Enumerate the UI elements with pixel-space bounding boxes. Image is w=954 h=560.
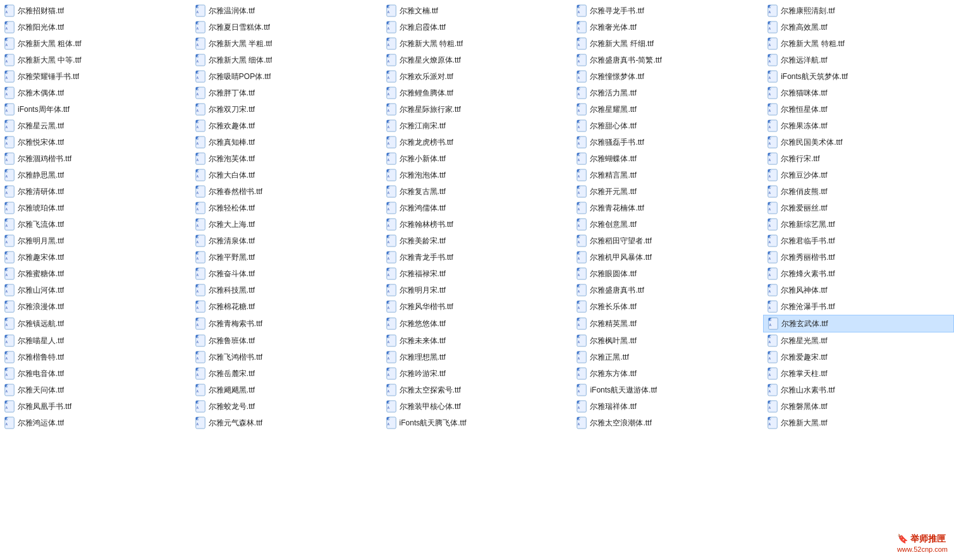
file-item[interactable]: A A 尔雅双刀宋.ttf bbox=[191, 101, 382, 118]
file-item[interactable]: A A 尔雅新大黑 粗体.ttf bbox=[0, 35, 191, 52]
file-item[interactable]: A A 尔雅新大黑.ttf bbox=[763, 415, 954, 431]
file-item[interactable]: A A 尔雅泡泡体.ttf bbox=[382, 167, 573, 183]
file-item[interactable]: A A 尔雅长乐体.ttf bbox=[572, 298, 763, 315]
file-item[interactable]: A A 尔雅高效黑.ttf bbox=[763, 19, 954, 35]
file-item[interactable]: A A 尔雅浪漫体.ttf bbox=[0, 298, 191, 315]
file-item[interactable]: A A 尔雅风华楷书.ttf bbox=[382, 298, 573, 315]
file-item[interactable]: A A 尔雅憧憬梦体.ttf bbox=[572, 68, 763, 85]
file-item[interactable]: A A 尔雅飓飓黑.ttf bbox=[191, 382, 382, 398]
file-item[interactable]: A A 尔雅新大黑 半粗.ttf bbox=[191, 35, 382, 52]
file-item[interactable]: A A 尔雅猫咪体.ttf bbox=[763, 85, 954, 101]
file-item[interactable]: A A 尔雅活力黑.ttf bbox=[572, 85, 763, 101]
file-item[interactable]: A A 尔雅悠悠体.ttf bbox=[382, 315, 573, 332]
file-item[interactable]: A A 尔雅盛唐真书-简繁.ttf bbox=[572, 52, 763, 68]
file-item[interactable]: A A 尔雅真知棒.ttf bbox=[191, 134, 382, 150]
file-item[interactable]: A A 尔雅星光黑.ttf bbox=[763, 332, 954, 349]
file-item[interactable]: A A 尔雅复古黑.ttf bbox=[382, 183, 573, 200]
file-item[interactable]: A A 尔雅青梅索书.ttf bbox=[191, 315, 382, 332]
file-item[interactable]: A A 尔雅启霞体.ttf bbox=[382, 19, 573, 35]
file-item[interactable]: A A 尔雅行宋.ttf bbox=[763, 150, 954, 167]
file-item[interactable]: A A 尔雅蜜糖体.ttf bbox=[0, 265, 191, 282]
file-item[interactable]: A A 尔雅吟游宋.ttf bbox=[382, 365, 573, 382]
file-item[interactable]: A A 尔雅明月黑.ttf bbox=[0, 233, 191, 249]
file-item[interactable]: A A 尔雅木偶体.ttf bbox=[0, 85, 191, 101]
file-item[interactable]: A A 尔雅开元黑.ttf bbox=[572, 183, 763, 200]
file-item[interactable]: A A 尔雅悦宋体.ttf bbox=[0, 134, 191, 150]
file-item[interactable]: A A 尔雅新大黑 纤细.ttf bbox=[572, 35, 763, 52]
file-item[interactable]: A A 尔雅江南宋.ttf bbox=[382, 118, 573, 134]
file-item[interactable]: A A 尔雅风神体.ttf bbox=[763, 282, 954, 298]
file-item[interactable]: A A 尔雅太空探索号.ttf bbox=[382, 382, 573, 398]
file-item[interactable]: A A 尔雅俏皮熊.ttf bbox=[763, 183, 954, 200]
file-item[interactable]: A A 尔雅寻龙手书.ttf bbox=[572, 3, 763, 19]
file-item[interactable]: A A 尔雅清泉体.ttf bbox=[191, 233, 382, 249]
file-item[interactable]: A A 尔雅清研体.ttf bbox=[0, 183, 191, 200]
file-item[interactable]: A A 尔雅喵星人.ttf bbox=[0, 332, 191, 349]
file-item[interactable]: A A 尔雅鸿运体.ttf bbox=[0, 415, 191, 431]
file-item[interactable]: A A 尔雅山河体.ttf bbox=[0, 282, 191, 298]
file-item[interactable]: A A 尔雅星耀黑.ttf bbox=[572, 101, 763, 118]
file-item[interactable]: A A 尔雅未来体.ttf bbox=[382, 332, 573, 349]
file-item[interactable]: A A 尔雅蝴蝶体.ttf bbox=[572, 150, 763, 167]
file-item[interactable]: A A 尔雅新综艺黑.ttf bbox=[763, 216, 954, 233]
file-item[interactable]: A A 尔雅夏日雪糕体.ttf bbox=[191, 19, 382, 35]
file-item[interactable]: A A 尔雅文楠.ttf bbox=[382, 3, 573, 19]
file-item[interactable]: A A 尔雅精言黑.ttf bbox=[572, 167, 763, 183]
file-item[interactable]: A A 尔雅福禄宋.ttf bbox=[382, 265, 573, 282]
file-item[interactable]: A A 尔雅龙虎榜书.ttf bbox=[382, 134, 573, 150]
file-item[interactable]: A A 尔雅吸睛POP体.ttf bbox=[191, 68, 382, 85]
file-item[interactable]: A A 尔雅正黑.ttf bbox=[572, 349, 763, 365]
file-item[interactable]: A A 尔雅招财猫.ttf bbox=[0, 3, 191, 19]
file-item[interactable]: A A 尔雅电音体.ttf bbox=[0, 365, 191, 382]
file-item[interactable]: A A 尔雅琥珀体.ttf bbox=[0, 200, 191, 216]
file-item[interactable]: A A 尔雅星火燎原体.ttf bbox=[382, 52, 573, 68]
file-item[interactable]: A A 尔雅机甲风暴体.ttf bbox=[572, 249, 763, 265]
file-item[interactable]: A A 尔雅新大黑 中等.ttf bbox=[0, 52, 191, 68]
file-item[interactable]: A A 尔雅涸鸡楷书.ttf bbox=[0, 150, 191, 167]
file-item[interactable]: A A 尔雅欢乐派对.ttf bbox=[382, 68, 573, 85]
file-item[interactable]: A A 尔雅鲁班体.ttf bbox=[191, 332, 382, 349]
file-item[interactable]: A A 尔雅欢趣体.ttf bbox=[191, 118, 382, 134]
file-item[interactable]: A A 尔雅豆沙体.ttf bbox=[763, 167, 954, 183]
file-item[interactable]: A A 尔雅飞鸿楷书.ttf bbox=[191, 349, 382, 365]
file-item[interactable]: A A 尔雅星云黑.ttf bbox=[0, 118, 191, 134]
file-item[interactable]: A A 尔雅盛唐真书.ttf bbox=[572, 282, 763, 298]
file-item[interactable]: A A 尔雅稻田守望者.ttf bbox=[572, 233, 763, 249]
file-item[interactable]: A A 尔雅创意黑.ttf bbox=[572, 216, 763, 233]
file-item[interactable]: A A 尔雅棉花糖.ttf bbox=[191, 298, 382, 315]
file-item[interactable]: A A 尔雅恒星体.ttf bbox=[763, 101, 954, 118]
file-item[interactable]: A A 尔雅温润体.ttf bbox=[191, 3, 382, 19]
file-item[interactable]: A A 尔雅静思黑.ttf bbox=[0, 167, 191, 183]
file-item[interactable]: A A 尔雅美龄宋.ttf bbox=[382, 233, 573, 249]
file-item[interactable]: A A 尔雅青龙手书.ttf bbox=[382, 249, 573, 265]
file-item[interactable]: A A 尔雅大白体.ttf bbox=[191, 167, 382, 183]
file-item[interactable]: A A 尔雅凤凰手书.ttf bbox=[0, 398, 191, 415]
file-item[interactable]: A A 尔雅君临手书.ttf bbox=[763, 233, 954, 249]
file-item[interactable]: A A 尔雅远洋航.ttf bbox=[763, 52, 954, 68]
file-item[interactable]: A A 尔雅精英黑.ttf bbox=[572, 315, 763, 332]
file-item[interactable]: A A 尔雅元气森林.ttf bbox=[191, 415, 382, 431]
file-item[interactable]: A A 尔雅玄武体.ttf bbox=[763, 315, 954, 332]
file-item[interactable]: A A 尔雅爱丽丝.ttf bbox=[763, 200, 954, 216]
file-item[interactable]: A A iFonts航天筑梦体.ttf bbox=[763, 68, 954, 85]
file-item[interactable]: A A iFonts航天腾飞体.ttf bbox=[382, 415, 573, 431]
file-item[interactable]: A A 尔雅青花楠体.ttf bbox=[572, 200, 763, 216]
file-item[interactable]: A A 尔雅星际旅行家.ttf bbox=[382, 101, 573, 118]
file-item[interactable]: A A 尔雅镇远航.ttf bbox=[0, 315, 191, 332]
file-item[interactable]: A A 尔雅烽火素书.ttf bbox=[763, 265, 954, 282]
file-item[interactable]: A A 尔雅阳光体.ttf bbox=[0, 19, 191, 35]
file-item[interactable]: A A 尔雅胖丁体.ttf bbox=[191, 85, 382, 101]
file-item[interactable]: A A 尔雅趣宋体.ttf bbox=[0, 249, 191, 265]
file-item[interactable]: A A 尔雅翰林榜书.ttf bbox=[382, 216, 573, 233]
file-item[interactable]: A A 尔雅果冻体.ttf bbox=[763, 118, 954, 134]
file-item[interactable]: A A 尔雅奋斗体.ttf bbox=[191, 265, 382, 282]
file-item[interactable]: A A 尔雅骚磊手书.ttf bbox=[572, 134, 763, 150]
file-item[interactable]: A A 尔雅奢光体.ttf bbox=[572, 19, 763, 35]
file-item[interactable]: A A 尔雅爱趣宋.ttf bbox=[763, 349, 954, 365]
file-item[interactable]: A A 尔雅瑞祥体.ttf bbox=[572, 398, 763, 415]
file-item[interactable]: A A 尔雅大上海.ttf bbox=[191, 216, 382, 233]
file-item[interactable]: A A 尔雅小新体.ttf bbox=[382, 150, 573, 167]
file-item[interactable]: A A 尔雅科技黑.ttf bbox=[191, 282, 382, 298]
file-item[interactable]: A A 尔雅新大黑 特粗.ttf bbox=[382, 35, 573, 52]
file-item[interactable]: A A 尔雅泡芙体.ttf bbox=[191, 150, 382, 167]
